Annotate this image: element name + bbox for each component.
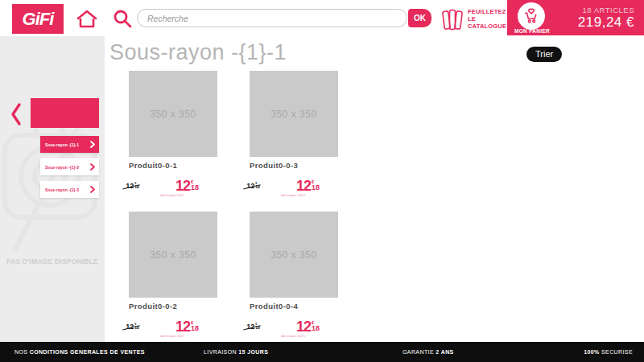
footer: NOS CONDITIONS GENERALES DE VENTES LIVRA… bbox=[0, 342, 644, 362]
product-card[interactable]: 350 x 350 Produit0-0-2 12 €18 12 €18 don… bbox=[129, 212, 217, 342]
product-image-placeholder: 350 x 350 bbox=[129, 212, 217, 298]
eco-participation-label: dont écopart. 0,00 € bbox=[270, 194, 318, 197]
footer-warranty-info: GARANTIE 2 ANS bbox=[402, 349, 454, 355]
sort-button[interactable]: Trier bbox=[526, 47, 562, 62]
current-price: 12 €18 dont écopart. 0,00 € bbox=[159, 179, 216, 201]
product-name: Produit0-0-1 bbox=[129, 161, 217, 170]
product-name: Produit0-0-2 bbox=[129, 302, 217, 311]
cart-heart-icon bbox=[522, 7, 540, 25]
price-row: 12 €18 12 €18 dont écopart. 0,00 € bbox=[129, 319, 217, 342]
current-price: 12 €18 dont écopart. 0,00 € bbox=[159, 319, 216, 342]
cart-circle bbox=[518, 2, 545, 30]
gifi-logo[interactable]: GiFi bbox=[12, 4, 64, 34]
current-price: 12 €18 dont écopart. 0,00 € bbox=[279, 179, 336, 201]
cart-total: 219,24 € bbox=[578, 14, 634, 31]
price-row: 12 €18 12 €18 dont écopart. 0,00 € bbox=[250, 179, 338, 201]
product-name: Produit0-0-4 bbox=[250, 302, 338, 311]
catalogue-button[interactable]: FEUILLETEZ LE CATALOGUE bbox=[441, 6, 518, 34]
footer-secure-info: 100% SECURISE bbox=[584, 349, 633, 355]
product-image-placeholder: 350 x 350 bbox=[250, 212, 338, 298]
footer-delivery-info: LIVRAISON 15 JOURS bbox=[204, 349, 268, 355]
current-price: 12 €18 dont écopart. 0,00 € bbox=[279, 319, 336, 342]
search-input[interactable] bbox=[138, 10, 407, 27]
chevron-right-icon bbox=[90, 163, 95, 171]
eco-participation-label: dont écopart. 0,00 € bbox=[149, 335, 197, 338]
old-price: 12 €18 bbox=[126, 323, 139, 331]
sidebar-item-sous-rayon-3[interactable]: Sous-rayon -{1}-3 bbox=[40, 181, 99, 198]
product-card[interactable]: 350 x 350 Produit0-0-4 12 €18 12 €18 don… bbox=[250, 212, 338, 342]
no-image-available-text: PAS D'IMAGE DISPONIBLE bbox=[0, 257, 105, 265]
chevron-right-icon bbox=[90, 141, 95, 148]
header: GiFi OK FEUILLETEZ LE CATALOGUE bbox=[0, 0, 644, 36]
product-image-placeholder: 350 x 350 bbox=[129, 71, 217, 157]
cart-label: MON PANIER bbox=[507, 28, 557, 34]
cart-button[interactable]: MON PANIER 18 ARTICLES 219,24 € bbox=[507, 0, 644, 35]
search-ok-button[interactable]: OK bbox=[408, 9, 431, 27]
search-icon[interactable] bbox=[112, 8, 133, 29]
old-price: 12 €18 bbox=[246, 323, 260, 331]
catalogue-book-icon bbox=[441, 6, 464, 32]
category-banner[interactable] bbox=[31, 98, 99, 128]
sidebar-item-sous-rayon-1[interactable]: Sous-rayon -{1}-1 bbox=[40, 136, 99, 153]
gifi-logo-text: GiFi bbox=[23, 9, 54, 30]
product-image-placeholder: 350 x 350 bbox=[250, 71, 338, 157]
search-bar bbox=[137, 9, 407, 27]
old-price: 12 €18 bbox=[246, 182, 260, 190]
price-row: 12 €18 12 €18 dont écopart. 0,00 € bbox=[129, 179, 217, 201]
chevron-right-icon bbox=[90, 186, 95, 193]
subcategory-menu: Sous-rayon -{1}-1 Sous-rayon -{1}-2 Sous… bbox=[40, 136, 99, 204]
product-grid: 350 x 350 Produit0-0-1 12 €18 12 €18 don… bbox=[129, 71, 338, 342]
catalogue-label: FEUILLETEZ LE CATALOGUE bbox=[468, 6, 506, 34]
footer-cgv-link[interactable]: NOS CONDITIONS GENERALES DE VENTES bbox=[14, 349, 145, 355]
product-card[interactable]: 350 x 350 Produit0-0-1 12 €18 12 €18 don… bbox=[129, 71, 217, 201]
home-button[interactable] bbox=[76, 9, 98, 29]
price-row: 12 €18 12 €18 dont écopart. 0,00 € bbox=[250, 319, 338, 342]
cart-articles-count: 18 ARTICLES bbox=[583, 6, 634, 14]
old-price: 12 €18 bbox=[126, 182, 139, 190]
page-title: Sous-rayon -{1}-1 bbox=[109, 40, 287, 65]
eco-participation-label: dont écopart. 0,00 € bbox=[149, 194, 197, 197]
collapse-sidebar-icon[interactable] bbox=[10, 102, 22, 126]
eco-participation-label: dont écopart. 0,00 € bbox=[270, 335, 318, 338]
product-card[interactable]: 350 x 350 Produit0-0-3 12 €18 12 €18 don… bbox=[250, 71, 338, 201]
product-name: Produit0-0-3 bbox=[250, 161, 338, 170]
sidebar: Sous-rayon -{1}-1 Sous-rayon -{1}-2 Sous… bbox=[0, 36, 105, 342]
home-icon bbox=[76, 9, 98, 29]
sidebar-item-sous-rayon-2[interactable]: Sous-rayon -{1}-2 bbox=[40, 158, 99, 175]
